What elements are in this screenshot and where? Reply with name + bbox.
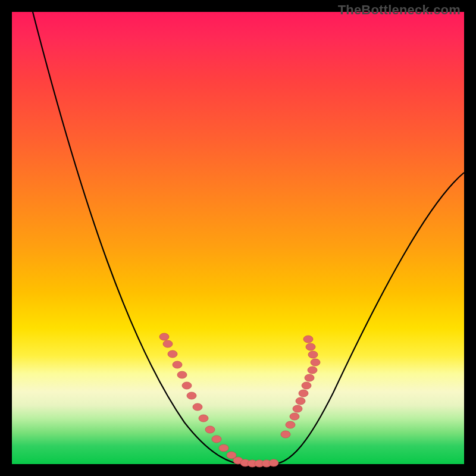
data-point bbox=[177, 371, 187, 378]
data-point bbox=[205, 426, 215, 433]
data-point bbox=[212, 436, 221, 443]
data-point bbox=[173, 361, 182, 368]
data-point bbox=[308, 367, 317, 374]
data-point bbox=[219, 444, 228, 452]
data-point bbox=[299, 390, 308, 397]
data-point bbox=[286, 421, 295, 428]
bottleneck-curve bbox=[33, 12, 464, 464]
data-point bbox=[296, 397, 305, 405]
data-point bbox=[187, 392, 196, 399]
data-point bbox=[305, 374, 314, 381]
data-point bbox=[308, 351, 318, 358]
data-point bbox=[311, 359, 320, 366]
data-point bbox=[302, 382, 311, 389]
chart-svg bbox=[12, 12, 464, 464]
data-point bbox=[168, 350, 177, 358]
data-point bbox=[199, 415, 208, 422]
data-point bbox=[269, 459, 278, 466]
data-point bbox=[293, 405, 302, 412]
data-point bbox=[306, 343, 315, 350]
data-point bbox=[163, 340, 173, 347]
data-point bbox=[193, 403, 202, 411]
data-point bbox=[281, 431, 290, 438]
data-point bbox=[303, 336, 313, 343]
data-point bbox=[290, 413, 299, 420]
data-point bbox=[159, 333, 169, 340]
data-point bbox=[182, 382, 192, 389]
data-dots bbox=[159, 333, 320, 467]
outer-frame: TheBottleneck.com bbox=[0, 0, 476, 476]
